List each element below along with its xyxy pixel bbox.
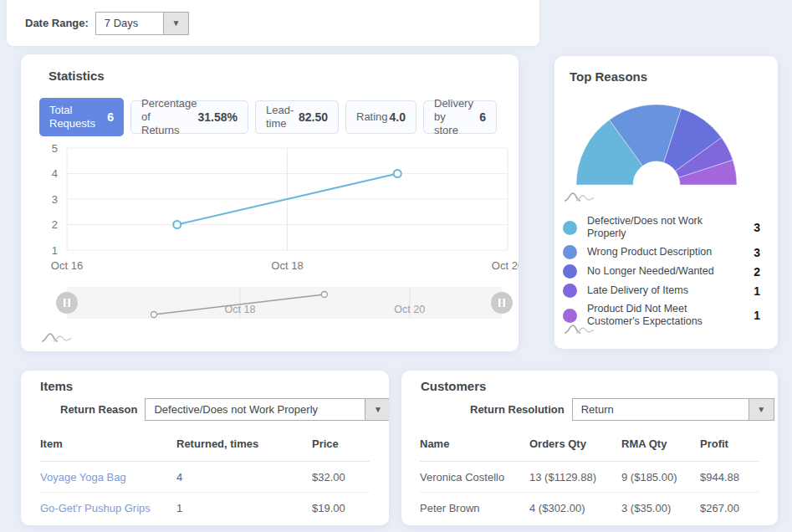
kpi-label: Lead-time — [266, 104, 292, 131]
legend-item: Defective/Does not Work Properly3 — [563, 215, 760, 240]
svg-text:5: 5 — [52, 142, 58, 155]
table-row: Veronica Costello13 ($1129.88)9 ($185.00… — [420, 462, 759, 493]
column-header: Profit — [700, 432, 759, 462]
return-reason-label: Return Reason — [60, 403, 137, 416]
table-cell: 13 ($1129.88) — [529, 462, 621, 493]
chart-range-navigator[interactable]: Oct 18Oct 20 — [21, 283, 519, 333]
kpi-tab-3[interactable]: Rating4.0 — [345, 100, 416, 134]
table-cell: $32.00 — [312, 462, 370, 493]
customers-filter: Return Resolution Return ▼ — [470, 398, 774, 421]
customers-card: Customers Return Resolution Return ▼ Nam… — [401, 371, 778, 525]
table-row: Go-Get'r Pushup Grips1$19.00 — [40, 493, 370, 524]
kpi-tab-4[interactable]: Delivery by store6 — [423, 100, 497, 134]
top-reasons-title: Top Reasons — [570, 69, 647, 84]
column-header: Name — [420, 432, 529, 462]
table-row: Voyage Yoga Bag4$32.00 — [40, 462, 370, 493]
legend-dot — [563, 309, 577, 323]
table-cell: $19.00 — [312, 493, 370, 524]
table-cell: 4 — [176, 462, 312, 493]
svg-text:Oct 18: Oct 18 — [271, 259, 303, 272]
navigator-left-handle[interactable] — [56, 292, 78, 314]
return-reason-value: Defective/Does not Work Properly — [146, 399, 365, 420]
statistics-card: Statistics Total Requests6Percentage of … — [21, 54, 519, 351]
legend-value: 2 — [754, 265, 760, 279]
items-filter: Return Reason Defective/Does not Work Pr… — [60, 398, 389, 421]
kpi-tabs: Total Requests6Percentage of Returns31.5… — [39, 98, 497, 136]
legend-label: Defective/Does not Work Properly — [587, 215, 719, 240]
svg-text:4: 4 — [52, 167, 58, 180]
items-card: Items Return Reason Defective/Does not W… — [21, 371, 389, 525]
table-cell: 4 ($302.00) — [529, 493, 621, 524]
customers-title: Customers — [421, 379, 486, 393]
svg-text:Oct 20: Oct 20 — [394, 304, 425, 315]
legend-label: Product Did Not Meet Customer's Expectat… — [587, 303, 719, 328]
item-link[interactable]: Voyage Yoga Bag — [40, 462, 176, 493]
svg-text:2: 2 — [52, 218, 58, 231]
chevron-down-icon: ▼ — [163, 13, 188, 34]
legend-dot — [563, 245, 577, 259]
return-resolution-value: Return — [573, 399, 749, 420]
kpi-value: 4.0 — [390, 110, 406, 124]
chevron-down-icon: ▼ — [365, 399, 389, 420]
column-header: RMA Qty — [621, 432, 700, 462]
top-reasons-card: Top Reasons Defective/Does not Work Prop… — [554, 56, 778, 349]
customers-table: NameOrders QtyRMA QtyProfitVeronica Cost… — [420, 432, 759, 523]
table-cell: 9 ($185.00) — [621, 462, 700, 493]
legend-label: No Longer Needed/Wanted — [587, 265, 719, 278]
legend-label: Late Delivery of Items — [587, 284, 719, 297]
navigator-right-handle[interactable] — [491, 292, 513, 314]
table-cell: Veronica Costello — [420, 462, 529, 493]
amcharts-logo-icon — [563, 190, 603, 203]
table-cell: $944.88 — [700, 462, 759, 493]
table-cell: $267.00 — [700, 493, 759, 524]
legend-value: 1 — [754, 284, 760, 298]
return-resolution-select[interactable]: Return ▼ — [572, 398, 774, 421]
legend-dot — [563, 221, 577, 235]
legend-label: Wrong Product Description — [587, 246, 719, 258]
legend-value: 3 — [754, 246, 760, 259]
items-table: ItemReturned, timesPriceVoyage Yoga Bag4… — [40, 432, 370, 523]
date-range-value: 7 Days — [96, 13, 163, 34]
top-reasons-legend: Defective/Does not Work Properly3Wrong P… — [563, 215, 760, 333]
kpi-label: Rating — [356, 110, 383, 124]
column-header: Orders Qty — [529, 432, 621, 462]
top-reasons-donut-chart — [554, 90, 778, 230]
legend-value: 3 — [754, 221, 760, 234]
legend-value: 1 — [754, 309, 760, 322]
amcharts-logo-icon — [40, 330, 80, 344]
date-range-label: Date Range: — [25, 17, 89, 29]
legend-dot — [563, 264, 577, 279]
chevron-down-icon: ▼ — [749, 399, 774, 420]
svg-text:1: 1 — [52, 244, 58, 257]
column-header: Price — [312, 432, 370, 462]
items-title: Items — [40, 379, 73, 393]
kpi-label: Total Requests — [49, 104, 100, 131]
table-cell: 3 ($35.00) — [621, 493, 700, 524]
kpi-tab-0[interactable]: Total Requests6 — [39, 98, 124, 136]
kpi-tab-1[interactable]: Percentage of Returns31.58% — [130, 100, 248, 134]
table-row: Peter Brown4 ($302.00)3 ($35.00)$267.00 — [420, 493, 759, 524]
kpi-value: 31.58% — [198, 110, 238, 124]
kpi-value: 82.50 — [299, 110, 328, 124]
requests-line-chart: 12345Oct 16Oct 18Oct 20 — [21, 138, 519, 284]
kpi-value: 6 — [107, 110, 114, 124]
kpi-tab-2[interactable]: Lead-time82.50 — [255, 100, 339, 134]
legend-item: Wrong Product Description3 — [563, 245, 760, 259]
svg-text:Oct 16: Oct 16 — [51, 259, 83, 272]
kpi-label: Percentage of Returns — [141, 97, 192, 138]
kpi-label: Delivery by store — [434, 97, 473, 138]
legend-item: Late Delivery of Items1 — [563, 284, 760, 298]
column-header: Item — [40, 432, 176, 462]
legend-item: No Longer Needed/Wanted2 — [563, 264, 760, 279]
statistics-title: Statistics — [49, 69, 105, 83]
item-link[interactable]: Go-Get'r Pushup Grips — [40, 493, 176, 524]
return-resolution-label: Return Resolution — [470, 403, 565, 416]
svg-text:3: 3 — [52, 193, 58, 206]
amcharts-logo-icon — [563, 322, 603, 335]
table-cell: Peter Brown — [420, 493, 529, 524]
date-range-select[interactable]: 7 Days ▼ — [95, 12, 189, 35]
svg-text:Oct 20: Oct 20 — [492, 259, 519, 272]
column-header: Returned, times — [176, 432, 312, 462]
return-reason-select[interactable]: Defective/Does not Work Properly ▼ — [145, 398, 389, 421]
legend-dot — [563, 284, 577, 298]
